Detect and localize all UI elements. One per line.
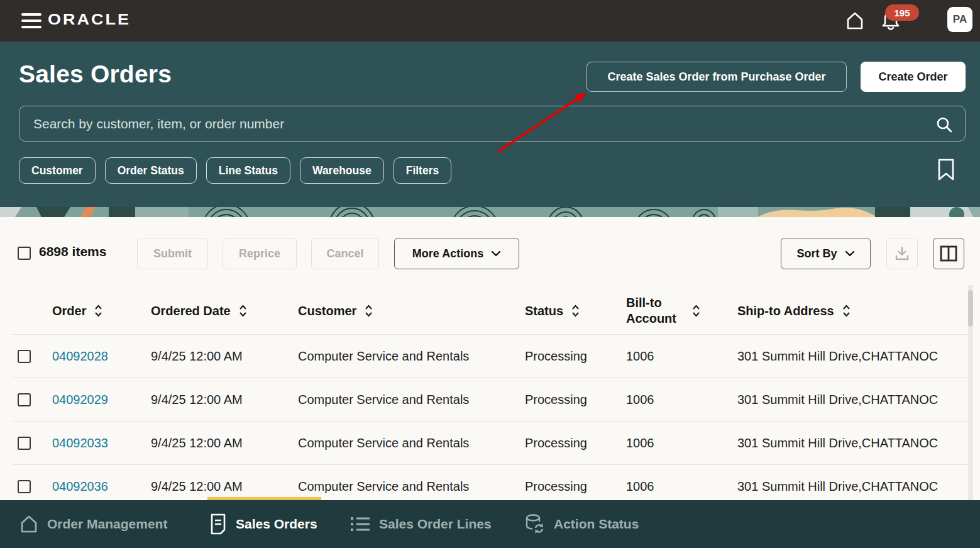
database-sync-icon — [524, 513, 546, 535]
oracle-logo: ORACLE — [48, 11, 131, 29]
status-cell: Processing — [525, 436, 626, 450]
list-icon — [350, 515, 371, 533]
search-bar — [19, 106, 966, 142]
sort-icon[interactable] — [239, 305, 247, 317]
top-app-bar: ORACLE 195 PA — [0, 0, 980, 42]
submit-button[interactable]: Submit — [137, 238, 208, 269]
user-avatar[interactable]: PA — [947, 7, 972, 32]
customer-cell: Computer Service and Rentals — [298, 479, 525, 494]
order-number-link[interactable]: 04092033 — [52, 436, 108, 450]
download-icon — [894, 245, 910, 262]
order-number-link[interactable]: 04092036 — [52, 479, 108, 493]
column-header-ship-to-address[interactable]: Ship-to Address — [737, 304, 968, 318]
column-header-order[interactable]: Order — [52, 304, 151, 318]
results-toolbar: 6898 items Submit Reprice Cancel More Ac… — [0, 238, 980, 269]
chip-order-status[interactable]: Order Status — [105, 157, 197, 184]
download-button[interactable] — [886, 238, 918, 269]
search-input[interactable] — [19, 106, 965, 141]
tab-sales-orders[interactable]: Sales Orders — [209, 500, 317, 548]
ship-to-address-cell: 301 Summit Hill Drive,CHATTANOC — [737, 436, 968, 450]
bill-to-account-cell: 1006 — [626, 393, 737, 407]
cancel-button[interactable]: Cancel — [311, 238, 379, 269]
ordered-date-cell: 9/4/25 12:00 AM — [151, 349, 298, 364]
tab-sales-order-lines[interactable]: Sales Order Lines — [350, 500, 492, 548]
more-actions-label: More Actions — [412, 247, 483, 260]
row-checkbox[interactable] — [18, 393, 31, 406]
document-icon — [209, 513, 228, 535]
customer-cell: Computer Service and Rentals — [298, 436, 525, 450]
bill-to-account-cell: 1006 — [626, 349, 737, 364]
sort-icon[interactable] — [571, 305, 580, 317]
order-number-link[interactable]: 04092029 — [52, 393, 108, 406]
filter-chips: Customer Order Status Line Status Wareho… — [19, 157, 451, 184]
vertical-scrollbar-thumb[interactable] — [968, 290, 973, 327]
status-cell: Processing — [525, 349, 626, 364]
customer-cell: Computer Service and Rentals — [298, 393, 525, 407]
split-panel-icon — [940, 245, 957, 262]
sales-orders-page: ORACLE 195 PA Sales Orders Create Sales … — [0, 0, 980, 548]
page-header: Sales Orders Create Sales Order from Pur… — [0, 42, 980, 217]
table-row: 04092029 9/4/25 12:00 AM Computer Servic… — [13, 378, 968, 422]
tab-order-management[interactable]: Order Management — [19, 500, 167, 548]
order-number-link[interactable]: 04092028 — [52, 349, 108, 363]
table-header-row: Order Ordered Date Customer Status Bill-… — [13, 288, 968, 335]
home-icon — [19, 514, 39, 534]
sort-icon[interactable] — [365, 305, 373, 317]
ordered-date-cell: 9/4/25 12:00 AM — [151, 436, 298, 450]
sales-orders-table: Order Ordered Date Customer Status Bill-… — [13, 288, 968, 500]
ship-to-address-cell: 301 Summit Hill Drive,CHATTANOC — [737, 393, 968, 407]
items-count-label: 6898 items — [39, 244, 106, 259]
bill-to-account-cell: 1006 — [626, 479, 737, 494]
bottom-navigation-bar: Order Management Sales Orders Sales Orde… — [0, 500, 980, 548]
home-button[interactable] — [843, 9, 867, 33]
page-title: Sales Orders — [19, 60, 172, 88]
row-checkbox[interactable] — [18, 480, 31, 493]
sort-by-button[interactable]: Sort By — [781, 238, 871, 269]
column-header-customer[interactable]: Customer — [298, 304, 525, 318]
chip-warehouse[interactable]: Warehouse — [300, 157, 384, 184]
more-actions-button[interactable]: More Actions — [394, 238, 519, 269]
tab-action-status[interactable]: Action Status — [524, 500, 639, 548]
table-row: 04092036 9/4/25 12:00 AM Computer Servic… — [13, 465, 968, 500]
chevron-down-icon — [845, 250, 855, 257]
ship-to-address-cell: 301 Summit Hill Drive,CHATTANOC — [737, 479, 968, 494]
search-button[interactable] — [933, 114, 955, 135]
column-header-ordered-date[interactable]: Ordered Date — [151, 304, 298, 318]
sort-by-label: Sort By — [796, 247, 837, 260]
sort-icon[interactable] — [842, 305, 851, 317]
ordered-date-cell: 9/4/25 12:00 AM — [151, 393, 298, 407]
chip-filters[interactable]: Filters — [394, 157, 452, 184]
sort-icon[interactable] — [94, 305, 102, 317]
bookmark-button[interactable] — [937, 159, 958, 182]
notification-count-badge: 195 — [885, 4, 919, 21]
select-all-checkbox[interactable] — [18, 247, 31, 260]
home-icon — [844, 10, 866, 31]
row-checkbox[interactable] — [18, 350, 31, 363]
split-panel-button[interactable] — [933, 238, 964, 269]
bookmark-icon — [937, 159, 955, 181]
row-checkbox[interactable] — [18, 437, 31, 450]
status-cell: Processing — [525, 393, 626, 407]
table-row: 04092028 9/4/25 12:00 AM Computer Servic… — [13, 335, 968, 378]
decorative-pattern-band — [0, 207, 980, 217]
status-cell: Processing — [525, 479, 626, 494]
bill-to-account-cell: 1006 — [626, 436, 737, 450]
column-header-bill-to-account[interactable]: Bill-to Account — [626, 295, 737, 327]
table-row: 04092033 9/4/25 12:00 AM Computer Servic… — [13, 422, 968, 465]
create-sales-order-from-purchase-order-button[interactable]: Create Sales Order from Purchase Order — [586, 62, 847, 92]
chip-line-status[interactable]: Line Status — [206, 157, 290, 184]
reprice-button[interactable]: Reprice — [223, 238, 297, 269]
ordered-date-cell: 9/4/25 12:00 AM — [151, 479, 298, 494]
chip-customer[interactable]: Customer — [19, 157, 96, 184]
sort-icon[interactable] — [692, 305, 700, 317]
column-header-status[interactable]: Status — [525, 304, 626, 318]
chevron-down-icon — [491, 250, 501, 257]
search-icon — [935, 116, 953, 133]
content-area: 6898 items Submit Reprice Cancel More Ac… — [0, 217, 980, 500]
customer-cell: Computer Service and Rentals — [298, 349, 525, 364]
create-order-button[interactable]: Create Order — [861, 62, 966, 92]
ship-to-address-cell: 301 Summit Hill Drive,CHATTANOC — [737, 349, 968, 364]
hamburger-menu-icon[interactable] — [21, 13, 41, 28]
